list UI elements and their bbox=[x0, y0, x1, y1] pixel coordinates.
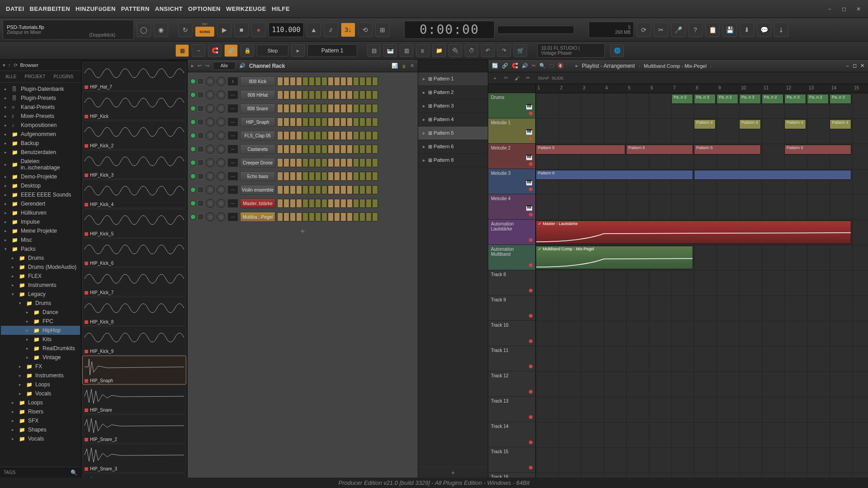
step-button[interactable] bbox=[277, 104, 283, 113]
channel-led[interactable] bbox=[190, 106, 196, 111]
playlist-clip[interactable]: Pattern 5 bbox=[626, 145, 693, 155]
sync-icon[interactable]: 🔄 bbox=[492, 63, 498, 69]
countdown-icon[interactable]: ⫽ bbox=[324, 23, 338, 37]
step-button[interactable] bbox=[321, 77, 327, 86]
tree-item[interactable]: ▸📁Vocals bbox=[1, 389, 80, 398]
step-button[interactable] bbox=[309, 77, 315, 86]
draw-icon[interactable]: ✏ bbox=[501, 74, 511, 83]
step-button[interactable] bbox=[366, 199, 372, 208]
step-button[interactable] bbox=[353, 185, 359, 194]
step-button[interactable] bbox=[296, 131, 302, 140]
step-button[interactable] bbox=[309, 104, 315, 113]
step-button[interactable] bbox=[334, 104, 340, 113]
track-header[interactable]: Track 14 bbox=[488, 422, 535, 447]
step-button[interactable] bbox=[296, 172, 302, 181]
step-button[interactable] bbox=[315, 90, 321, 99]
undo-icon[interactable]: ↶ bbox=[481, 44, 495, 57]
sample-item[interactable]: HIP_Kick_2 bbox=[82, 121, 186, 150]
browser-icon[interactable]: 📁 bbox=[432, 44, 446, 57]
channel-led[interactable] bbox=[190, 214, 196, 220]
pan-knob[interactable] bbox=[206, 172, 215, 181]
download-icon[interactable]: ⤓ bbox=[774, 23, 788, 37]
close-icon[interactable]: ✕ bbox=[860, 63, 864, 69]
tree-item[interactable]: ▸🗄Plugin-Datenbank bbox=[1, 84, 80, 94]
step-button[interactable] bbox=[302, 117, 308, 127]
browser-tab-plugins[interactable]: PLUGINS bbox=[50, 72, 77, 81]
step-button[interactable] bbox=[296, 145, 302, 154]
pattern-mode-icon[interactable]: ▦ bbox=[175, 44, 189, 57]
step-button[interactable] bbox=[283, 131, 289, 140]
globe-icon[interactable]: 🌐 bbox=[610, 44, 624, 57]
step-button[interactable] bbox=[277, 131, 283, 140]
tree-item[interactable]: ▸📁Shapes bbox=[1, 425, 80, 434]
pan-knob[interactable] bbox=[206, 117, 215, 127]
tree-item[interactable]: ▸📁Dance bbox=[1, 308, 80, 317]
mute-button[interactable] bbox=[198, 160, 204, 166]
add-track-icon[interactable]: + bbox=[490, 74, 500, 83]
record-button[interactable]: ● bbox=[251, 23, 266, 37]
step-button[interactable] bbox=[321, 199, 327, 208]
link-icon[interactable]: 🔗 bbox=[502, 63, 508, 69]
play-button[interactable]: ▶ bbox=[217, 23, 231, 37]
channel-led[interactable] bbox=[190, 92, 196, 98]
playlist-clip[interactable]: Pattern 4 bbox=[830, 119, 851, 129]
step-button[interactable] bbox=[359, 172, 365, 181]
track-header[interactable]: Automation Multiband bbox=[488, 245, 535, 270]
step-button[interactable] bbox=[283, 199, 289, 208]
step-button[interactable] bbox=[340, 104, 346, 113]
step-button[interactable] bbox=[277, 199, 283, 208]
sample-item[interactable]: HIP_Kick bbox=[82, 91, 186, 120]
mute-button[interactable] bbox=[198, 119, 204, 125]
knob-icon[interactable]: ◯ bbox=[137, 23, 151, 37]
step-button[interactable] bbox=[334, 131, 340, 140]
step-button[interactable] bbox=[340, 90, 346, 99]
tree-item[interactable]: ▸📁RealDrumkits bbox=[1, 344, 80, 353]
render-icon[interactable]: ⬇ bbox=[740, 23, 754, 37]
track-header[interactable]: Track 13 bbox=[488, 397, 535, 422]
tree-item[interactable]: ▸📁Drums (ModeAudio) bbox=[1, 263, 80, 272]
step-button[interactable] bbox=[328, 90, 334, 99]
help-icon[interactable]: ? bbox=[688, 23, 703, 37]
mixer-channel[interactable]: --- bbox=[227, 172, 238, 181]
collapse-icon[interactable]: ▾ bbox=[3, 62, 5, 68]
step-button[interactable] bbox=[277, 158, 283, 167]
step-button[interactable] bbox=[283, 158, 289, 167]
step-button[interactable] bbox=[328, 185, 334, 194]
menu-optionen[interactable]: OPTIONEN bbox=[186, 4, 223, 14]
channel-name[interactable]: FLS_Clap 05 bbox=[240, 131, 275, 141]
playlist-clip[interactable]: Pa..n 3 bbox=[784, 94, 806, 104]
step-button[interactable] bbox=[309, 131, 315, 140]
step-button[interactable] bbox=[359, 158, 365, 167]
mute-button[interactable] bbox=[198, 132, 204, 139]
sample-item[interactable]: HIP_Snaph bbox=[82, 356, 186, 385]
tree-item[interactable]: ▸📁Demo-Projekte bbox=[1, 172, 80, 181]
step-button[interactable] bbox=[315, 185, 321, 194]
mute-button[interactable] bbox=[198, 78, 204, 84]
step-button[interactable] bbox=[321, 117, 327, 127]
automation-clip[interactable]: ✓ Multiband Comp - Mix-Pegel bbox=[536, 246, 693, 269]
playlist-clip[interactable]: Pa..n 2 bbox=[807, 94, 829, 104]
step-button[interactable] bbox=[290, 158, 296, 167]
step-button[interactable] bbox=[315, 199, 321, 208]
zoom-icon[interactable]: 🔍 bbox=[539, 63, 546, 69]
track-mute-dot[interactable] bbox=[529, 415, 533, 419]
playlist-clip[interactable]: Pa..n 2 bbox=[671, 94, 693, 104]
step-button[interactable] bbox=[366, 77, 372, 86]
step-button[interactable] bbox=[366, 104, 372, 113]
playlist-clip[interactable]: Pattern 5 bbox=[536, 145, 625, 155]
step-button[interactable] bbox=[353, 199, 359, 208]
track-header[interactable]: Track 9 bbox=[488, 296, 535, 321]
playlist-icon[interactable]: ▤ bbox=[367, 44, 381, 57]
step-button[interactable] bbox=[353, 145, 359, 154]
step-button[interactable] bbox=[290, 212, 296, 221]
playlist-clip[interactable]: Pa..n 3 bbox=[694, 94, 716, 104]
vol-knob[interactable] bbox=[217, 185, 226, 194]
tree-item[interactable]: ▸📁EEEE EEEE Sounds bbox=[1, 190, 80, 199]
step-button[interactable] bbox=[302, 158, 308, 167]
track-header[interactable]: Melodie 3🎹 bbox=[488, 169, 535, 194]
track-mute-dot[interactable] bbox=[529, 390, 533, 394]
step-button[interactable] bbox=[309, 185, 315, 194]
channel-led[interactable] bbox=[190, 160, 196, 165]
step-button[interactable] bbox=[309, 212, 315, 221]
tree-item[interactable]: ▸♪Kompositionen bbox=[1, 121, 80, 130]
